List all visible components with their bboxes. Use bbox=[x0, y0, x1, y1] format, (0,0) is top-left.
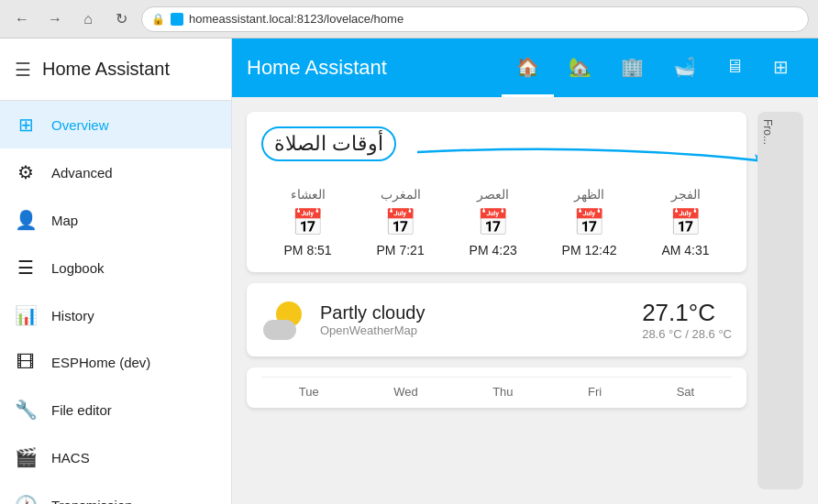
asr-name: العصر bbox=[477, 187, 509, 202]
site-favicon bbox=[171, 13, 183, 26]
main-content: Home Assistant 🏠 🏡 🏢 🛁 🖥 ⊞ bbox=[232, 38, 818, 504]
sidebar-item-logbook[interactable]: ☰ Logbook bbox=[0, 244, 231, 291]
browser-chrome: ← → ⌂ ↻ 🔒 homeassistant.local:8123/lovel… bbox=[0, 0, 818, 38]
forecast-wed: Wed bbox=[393, 385, 418, 399]
sidebar-label-file-editor: File editor bbox=[51, 402, 112, 418]
weather-temp-block: 27.1°C 28.6 °C / 28.6 °C bbox=[642, 299, 732, 341]
network-tab-icon: ⊞ bbox=[773, 56, 789, 78]
sidebar-title: Home Assistant bbox=[42, 59, 170, 80]
weather-info: Partly cloudy OpenWeatherMap bbox=[320, 302, 627, 337]
logbook-icon: ☰ bbox=[15, 257, 37, 279]
forecast-sat: Sat bbox=[677, 385, 695, 399]
sidebar-label-esphome: ESPHome (dev) bbox=[51, 355, 150, 370]
home-tab-icon: 🏠 bbox=[516, 56, 539, 78]
forecast-thu: Thu bbox=[492, 385, 513, 399]
sidebar-label-logbook: Logbook bbox=[51, 260, 105, 276]
prayer-card-title: أوقات الصلاة bbox=[261, 126, 396, 161]
forecast-tue: Tue bbox=[299, 385, 319, 399]
prayer-times-card: أوقات الصلاة الفجر 📅 4:31 AM bbox=[247, 112, 746, 272]
sidebar-label-overview: Overview bbox=[51, 117, 109, 133]
sidebar: ☰ Home Assistant ⊞ Overview ⚙ Advanced 👤… bbox=[0, 38, 232, 504]
history-icon: 📊 bbox=[15, 304, 37, 326]
header-tab-family[interactable]: 🏡 bbox=[554, 38, 606, 97]
sidebar-item-overview[interactable]: ⊞ Overview bbox=[0, 101, 231, 148]
sidebar-label-transmission: Transmission bbox=[51, 498, 133, 505]
fajr-icon: 📅 bbox=[669, 207, 702, 237]
sidebar-nav: ⊞ Overview ⚙ Advanced 👤 Map ☰ Logbook 📊 … bbox=[0, 101, 231, 504]
weather-range: 28.6 °C / 28.6 °C bbox=[642, 327, 732, 341]
overview-icon: ⊞ bbox=[15, 114, 37, 136]
header-tab-bath[interactable]: 🛁 bbox=[658, 38, 711, 97]
sidebar-label-advanced: Advanced bbox=[51, 165, 113, 181]
right-panel-label: Fro... bbox=[757, 112, 778, 152]
weather-icon-container bbox=[261, 298, 305, 342]
transmission-icon: 🕐 bbox=[15, 494, 37, 504]
lock-icon: 🔒 bbox=[151, 13, 165, 26]
sidebar-menu-icon[interactable]: ☰ bbox=[15, 59, 31, 81]
cards-column: أوقات الصلاة الفجر 📅 4:31 AM bbox=[247, 112, 746, 489]
header-tabs: 🏠 🏡 🏢 🛁 🖥 ⊞ bbox=[502, 38, 803, 97]
esphome-icon: 🎞 bbox=[15, 352, 37, 373]
weather-card: Partly cloudy OpenWeatherMap 27.1°C 28.6… bbox=[247, 283, 746, 356]
prayer-card-header: أوقات الصلاة bbox=[261, 126, 732, 176]
sidebar-item-map[interactable]: 👤 Map bbox=[0, 196, 231, 244]
header-tab-network[interactable]: ⊞ bbox=[758, 38, 803, 97]
sidebar-item-history[interactable]: 📊 History bbox=[0, 291, 231, 339]
dhuhr-name: الظهر bbox=[574, 187, 604, 202]
sidebar-item-hacs[interactable]: 🎬 HACS bbox=[0, 433, 231, 481]
bath-tab-icon: 🛁 bbox=[673, 56, 696, 78]
sidebar-label-map: Map bbox=[51, 213, 78, 228]
sidebar-item-advanced[interactable]: ⚙ Advanced bbox=[0, 148, 231, 196]
asr-icon: 📅 bbox=[477, 207, 509, 237]
prayer-dhuhr: الظهر 📅 12:42 PM bbox=[562, 187, 617, 257]
reload-button[interactable]: ↻ bbox=[108, 6, 134, 32]
isha-name: العشاء bbox=[291, 187, 326, 202]
weather-condition: Partly cloudy bbox=[320, 302, 627, 323]
dhuhr-icon: 📅 bbox=[573, 207, 605, 237]
tv-tab-icon: 🖥 bbox=[725, 56, 744, 77]
fajr-name: الفجر bbox=[671, 187, 701, 202]
weather-source: OpenWeatherMap bbox=[320, 323, 627, 337]
right-panel: Fro... bbox=[757, 112, 803, 489]
back-button[interactable]: ← bbox=[9, 6, 35, 32]
header-tab-home[interactable]: 🏠 bbox=[502, 38, 554, 97]
building-tab-icon: 🏢 bbox=[621, 56, 644, 78]
hacs-icon: 🎬 bbox=[15, 446, 37, 468]
address-bar[interactable]: 🔒 homeassistant.local:8123/lovelace/home bbox=[141, 6, 809, 32]
maghrib-icon: 📅 bbox=[384, 207, 416, 237]
file-editor-icon: 🔧 bbox=[15, 399, 37, 421]
home-button[interactable]: ⌂ bbox=[75, 6, 101, 32]
dhuhr-time: 12:42 PM bbox=[562, 243, 617, 257]
forward-button[interactable]: → bbox=[42, 6, 68, 32]
sidebar-item-esphome[interactable]: 🎞 ESPHome (dev) bbox=[0, 339, 231, 386]
forecast-card: Tue Wed Thu Fri Sat bbox=[247, 367, 746, 408]
prayer-maghrib: المغرب 📅 7:21 PM bbox=[377, 187, 425, 257]
family-tab-icon: 🏡 bbox=[569, 56, 591, 78]
isha-icon: 📅 bbox=[292, 207, 324, 237]
app-header: Home Assistant 🏠 🏡 🏢 🛁 🖥 ⊞ bbox=[232, 38, 818, 97]
url-text: homeassistant.local:8123/lovelace/home bbox=[189, 12, 403, 26]
isha-time: 8:51 PM bbox=[284, 243, 332, 257]
forecast-fri: Fri bbox=[588, 385, 602, 399]
sidebar-label-hacs: HACS bbox=[51, 450, 90, 466]
sidebar-label-history: History bbox=[51, 308, 94, 323]
fajr-time: 4:31 AM bbox=[661, 243, 709, 257]
prayer-fajr: الفجر 📅 4:31 AM bbox=[661, 187, 709, 257]
maghrib-name: المغرب bbox=[381, 187, 421, 202]
prayer-times-row: الفجر 📅 4:31 AM الظهر 📅 12:42 PM الع bbox=[261, 187, 732, 257]
cloud-icon bbox=[263, 320, 296, 340]
sidebar-item-transmission[interactable]: 🕐 Transmission bbox=[0, 481, 231, 504]
content-area: أوقات الصلاة الفجر 📅 4:31 AM bbox=[232, 97, 818, 504]
header-tab-building[interactable]: 🏢 bbox=[606, 38, 658, 97]
asr-time: 4:23 PM bbox=[470, 243, 517, 257]
maghrib-time: 7:21 PM bbox=[377, 243, 425, 257]
prayer-asr: العصر 📅 4:23 PM bbox=[470, 187, 517, 257]
sidebar-item-file-editor[interactable]: 🔧 File editor bbox=[0, 386, 231, 433]
header-tab-tv[interactable]: 🖥 bbox=[711, 38, 758, 97]
sidebar-header: ☰ Home Assistant bbox=[0, 38, 231, 101]
weather-temperature: 27.1°C bbox=[642, 299, 732, 327]
map-icon: 👤 bbox=[15, 209, 37, 231]
advanced-icon: ⚙ bbox=[15, 161, 37, 183]
forecast-row: Tue Wed Thu Fri Sat bbox=[261, 377, 732, 399]
prayer-isha: العشاء 📅 8:51 PM bbox=[284, 187, 332, 257]
